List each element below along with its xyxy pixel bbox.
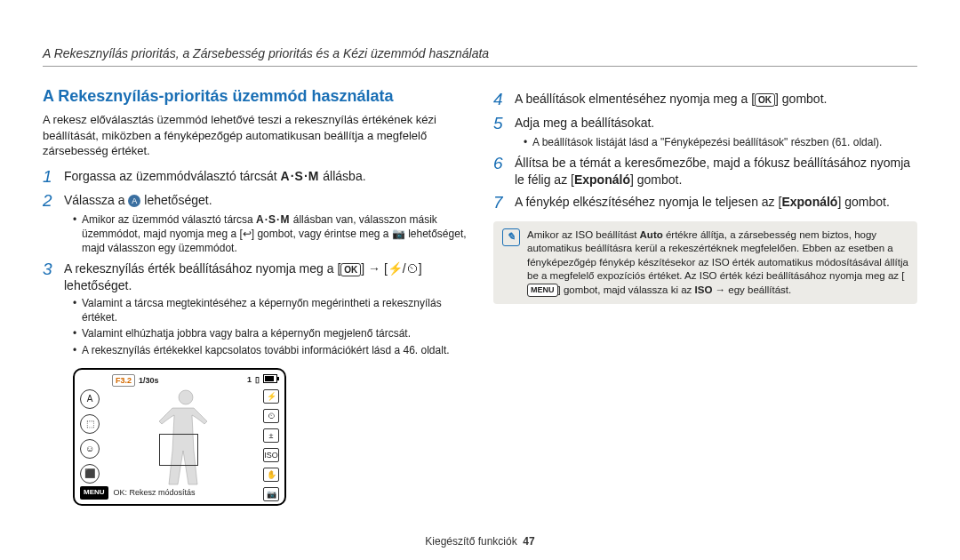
- aperture-value: F3.2: [112, 374, 135, 387]
- camera-icon: 📷: [392, 228, 405, 240]
- lcd-iso-icon: ISO: [263, 448, 279, 462]
- flash-icon: ⚡: [388, 261, 403, 276]
- step-3: 3 A rekesznyílás érték beállításához nyo…: [43, 260, 467, 294]
- lcd-mode-icon: A: [80, 389, 100, 409]
- step-text: A beállítások elmentéséhez nyomja meg a …: [515, 91, 917, 109]
- section-title: A Rekesznyílás-prioritás üzemmód használ…: [43, 85, 467, 107]
- step-number: 6: [493, 155, 515, 188]
- step-text: Válassza a A lehetőséget.: [64, 192, 467, 211]
- step-number: 1: [43, 168, 64, 187]
- ok-button-icon: OK: [755, 93, 775, 107]
- note-text: Amikor az ISO beállítást Auto értékre ál…: [527, 228, 908, 298]
- step-2-notes: Amikor az üzemmód választó tárcsa A·S·M …: [73, 212, 467, 256]
- lcd-size-icon: ⬛: [80, 464, 100, 484]
- step-text: Állítsa be a témát a keresőmezőbe, majd …: [515, 155, 917, 188]
- step-1: 1 Forgassa az üzemmódválasztó tárcsát A·…: [43, 168, 467, 187]
- step-number: 5: [493, 115, 515, 133]
- lcd-timer-icon: ⏲: [263, 409, 279, 423]
- menu-badge: MENU: [80, 486, 108, 500]
- lcd-camera-icon: 📷: [263, 487, 279, 501]
- ok-button-icon: OK: [340, 263, 361, 276]
- step-2: 2 Válassza a A lehetőséget.: [43, 192, 467, 211]
- note-icon: ✎: [502, 228, 520, 246]
- lcd-hint-text: OK: Rekesz módosítás: [114, 487, 196, 498]
- bullet-item: A rekesznyílás értékekkel kapcsolatos to…: [73, 343, 467, 357]
- step-text: A fénykép elkészítéséhez nyomja le telje…: [515, 194, 917, 212]
- step-text: Adja meg a beállításokat.: [515, 115, 917, 133]
- intro-text: A rekesz előválasztás üzemmód lehetővé t…: [43, 112, 467, 159]
- page-header: A Rekesznyílás prioritás, a Zársebesség …: [43, 46, 917, 67]
- step-number: 2: [43, 192, 64, 211]
- step-number: 3: [43, 260, 64, 294]
- back-icon: ↩: [243, 228, 252, 240]
- step-number: 4: [493, 91, 515, 109]
- shutter-value: 1/30s: [139, 375, 159, 386]
- bullet-item: Amikor az üzemmód választó tárcsa A·S·M …: [73, 212, 467, 256]
- camera-lcd-preview: F3.2 1/30s 1 ▯ A ⬚ ☺ ⬛ ⚡ ⏲ ± ISO ✋ 📷: [73, 368, 286, 506]
- step-7: 7 A fénykép elkészítéséhez nyomja le tel…: [493, 194, 917, 212]
- memory-icon: ▯: [255, 374, 260, 385]
- lcd-stab-icon: ✋: [263, 468, 279, 482]
- lcd-flash-icon: ⚡: [263, 389, 279, 404]
- bullet-item: A beállítások listáját lásd a "Fényképez…: [524, 135, 917, 149]
- shot-count: 1: [247, 374, 252, 385]
- step-5: 5 Adja meg a beállításokat.: [493, 115, 917, 133]
- asm-mode-label: A·S·M: [281, 169, 320, 183]
- focus-frame: [159, 434, 198, 466]
- lcd-scene-icon: ⬚: [80, 414, 100, 434]
- step-number: 7: [493, 194, 515, 212]
- step-text: A rekesznyílás érték beállításához nyomj…: [64, 260, 467, 294]
- info-note: ✎ Amikor az ISO beállítást Auto értékre …: [493, 221, 917, 305]
- lcd-face-icon: ☺: [80, 439, 100, 459]
- step-5-notes: A beállítások listáját lásd a "Fényképez…: [524, 135, 917, 149]
- right-column: 4 A beállítások elmentéséhez nyomja meg …: [493, 85, 917, 524]
- timer-icon: ⏲: [406, 261, 419, 276]
- left-column: A Rekesznyílás-prioritás üzemmód használ…: [43, 85, 467, 524]
- page-footer: Kiegészítő funkciók 47: [0, 535, 960, 548]
- battery-icon: [263, 374, 277, 383]
- step-4: 4 A beállítások elmentéséhez nyomja meg …: [493, 91, 917, 109]
- bullet-item: Valamint a tárcsa megtekintéséhez a képe…: [73, 296, 467, 324]
- bullet-item: Valamint elhúzhatja jobbra vagy balra a …: [73, 326, 467, 340]
- step-3-notes: Valamint a tárcsa megtekintéséhez a képe…: [73, 296, 467, 357]
- lcd-ev-icon: ±: [263, 428, 279, 443]
- aperture-mode-icon: A: [128, 195, 140, 207]
- step-6: 6 Állítsa be a témát a keresőmezőbe, maj…: [493, 155, 917, 188]
- step-text: Forgassa az üzemmódválasztó tárcsát A·S·…: [64, 168, 467, 187]
